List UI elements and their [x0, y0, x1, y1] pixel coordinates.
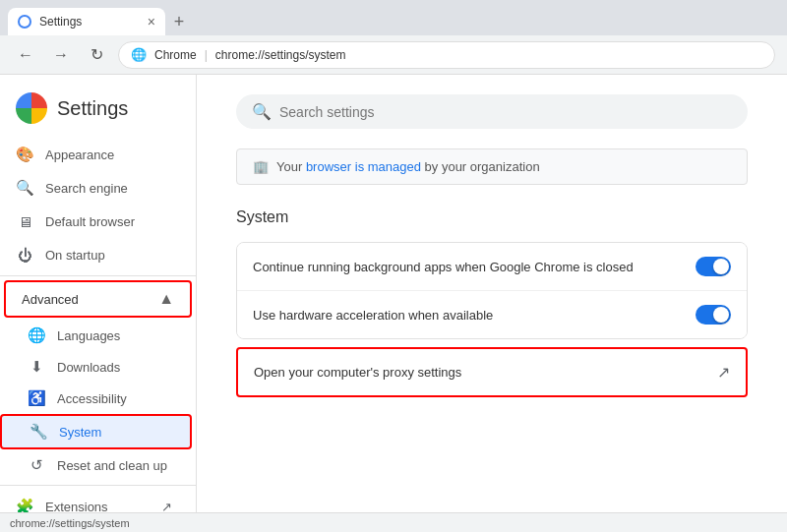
sidebar-item-on-startup[interactable]: ⏻ On startup — [0, 238, 188, 271]
sidebar: Settings 🎨 Appearance 🔍 Search engine 🖥 … — [0, 75, 197, 512]
advanced-label: Advanced — [22, 292, 79, 307]
sidebar-item-search-engine[interactable]: 🔍 Search engine — [0, 171, 188, 205]
system-icon: 🔧 — [30, 423, 47, 441]
sidebar-item-appearance[interactable]: 🎨 Appearance — [0, 138, 188, 171]
managed-banner: 🏢 Your browser is managed by your organi… — [236, 148, 748, 185]
main-settings-content: 🔍 🏢 Your browser is managed by your orga… — [197, 75, 787, 512]
address-separator: | — [205, 48, 208, 62]
sidebar-sub-label-accessibility: Accessibility — [57, 391, 127, 406]
sidebar-header: Settings — [0, 83, 196, 138]
refresh-button[interactable]: ↻ — [83, 41, 110, 69]
sidebar-sub-label-reset: Reset and clean up — [57, 458, 167, 473]
search-icon: 🔍 — [252, 102, 272, 121]
proxy-settings-row[interactable]: Open your computer's proxy settings ↗ — [236, 347, 748, 397]
background-apps-row: Continue running background apps when Go… — [237, 243, 747, 291]
address-site: Chrome — [154, 48, 197, 62]
forward-button[interactable]: → — [47, 41, 75, 69]
status-text: chrome://settings/system — [10, 517, 130, 529]
address-bar[interactable]: 🌐 Chrome | chrome://settings/system — [118, 41, 775, 69]
sidebar-item-languages[interactable]: 🌐 Languages — [0, 320, 188, 351]
tab-bar: Settings × + — [0, 0, 787, 35]
tab-favicon — [18, 15, 31, 29]
background-apps-toggle[interactable] — [696, 257, 731, 276]
nav-bar: ← → ↻ 🌐 Chrome | chrome://settings/syste… — [0, 35, 787, 75]
sidebar-item-default-browser[interactable]: 🖥 Default browser — [0, 205, 188, 238]
tab-close-button[interactable]: × — [148, 14, 155, 30]
new-tab-button[interactable]: + — [165, 8, 193, 35]
chrome-logo — [16, 92, 47, 124]
advanced-chevron: ▲ — [158, 290, 174, 308]
status-bar: chrome://settings/system — [0, 512, 787, 532]
search-bar[interactable]: 🔍 — [236, 94, 748, 129]
browser-frame: Settings × + ← → ↻ 🌐 Chrome | chrome://s… — [0, 0, 787, 532]
accessibility-icon: ♿ — [28, 389, 45, 407]
sidebar-item-label-startup: On startup — [45, 248, 105, 263]
sidebar-item-extensions[interactable]: 🧩 Extensions ↗ — [0, 490, 188, 512]
sidebar-item-label-appearance: Appearance — [45, 148, 114, 162]
background-apps-label: Continue running background apps when Go… — [253, 260, 634, 274]
advanced-section-header[interactable]: Advanced ▲ — [4, 280, 192, 318]
sidebar-title: Settings — [57, 97, 128, 120]
extensions-icon: 🧩 — [16, 498, 33, 512]
managed-link[interactable]: browser is managed — [306, 159, 421, 174]
settings-card: Continue running background apps when Go… — [236, 242, 748, 339]
sidebar-sub-label-system: System — [59, 425, 101, 440]
on-startup-icon: ⏻ — [16, 246, 33, 264]
sidebar-sub-label-downloads: Downloads — [57, 360, 120, 375]
sidebar-sub-label-languages: Languages — [57, 328, 120, 343]
proxy-external-link-icon: ↗ — [717, 363, 730, 382]
svg-point-0 — [20, 17, 30, 27]
sidebar-item-label-default: Default browser — [45, 214, 135, 229]
sidebar-item-label-search: Search engine — [45, 181, 128, 196]
address-icon: 🌐 — [131, 47, 147, 62]
content-area: Settings 🎨 Appearance 🔍 Search engine 🖥 … — [0, 75, 787, 512]
appearance-icon: 🎨 — [16, 146, 33, 163]
address-url: chrome://settings/system — [215, 48, 346, 62]
sidebar-item-accessibility[interactable]: ♿ Accessibility — [0, 383, 188, 414]
downloads-icon: ⬇ — [28, 358, 45, 376]
back-button[interactable]: ← — [12, 41, 39, 69]
languages-icon: 🌐 — [28, 326, 45, 344]
sidebar-item-downloads[interactable]: ⬇ Downloads — [0, 351, 188, 383]
extensions-external-icon: ↗ — [161, 500, 172, 513]
sidebar-item-label-extensions: Extensions — [45, 500, 108, 513]
default-browser-icon: 🖥 — [16, 212, 33, 230]
toggle-knob-background — [713, 259, 729, 274]
proxy-settings-label: Open your computer's proxy settings — [254, 365, 461, 380]
toggle-knob-hardware — [713, 307, 729, 323]
managed-banner-icon: 🏢 — [253, 159, 269, 174]
managed-banner-text: Your browser is managed by your organiza… — [276, 159, 540, 174]
section-title: System — [236, 208, 748, 226]
sidebar-divider-2 — [0, 485, 196, 486]
sidebar-item-system[interactable]: 🔧 System — [0, 414, 192, 449]
hardware-acceleration-row: Use hardware acceleration when available — [237, 291, 747, 338]
sidebar-divider — [0, 275, 196, 276]
reset-icon: ↺ — [28, 456, 45, 474]
hardware-acceleration-label: Use hardware acceleration when available — [253, 308, 493, 323]
sidebar-item-reset[interactable]: ↺ Reset and clean up — [0, 449, 188, 481]
search-input[interactable] — [279, 104, 732, 120]
hardware-acceleration-toggle[interactable] — [696, 305, 731, 325]
tab-title: Settings — [39, 15, 82, 29]
search-engine-icon: 🔍 — [16, 179, 33, 197]
settings-tab[interactable]: Settings × — [8, 8, 165, 35]
